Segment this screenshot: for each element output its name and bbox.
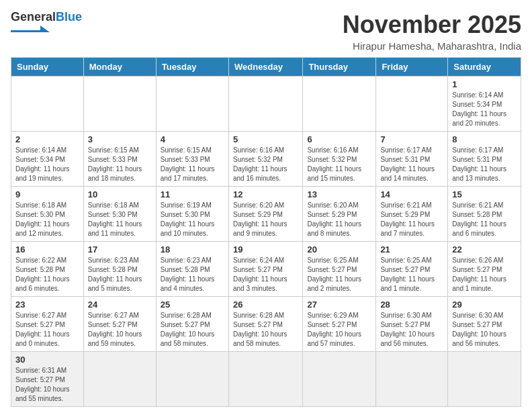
day-number: 13 [307,189,371,199]
calendar-cell: 13Sunrise: 6:20 AM Sunset: 5:29 PM Dayli… [303,187,376,242]
calendar-cell: 19Sunrise: 6:24 AM Sunset: 5:27 PM Dayli… [228,242,302,297]
calendar-cell: 27Sunrise: 6:29 AM Sunset: 5:27 PM Dayli… [303,297,376,352]
day-info: Sunrise: 6:27 AM Sunset: 5:27 PM Dayligh… [15,311,79,349]
day-number: 17 [88,244,152,255]
calendar-cell [303,77,376,132]
day-info: Sunrise: 6:28 AM Sunset: 5:27 PM Dayligh… [161,311,224,349]
day-number: 6 [307,134,371,144]
day-info: Sunrise: 6:18 AM Sunset: 5:30 PM Dayligh… [15,201,79,238]
day-info: Sunrise: 6:17 AM Sunset: 5:31 PM Dayligh… [380,146,443,183]
calendar-cell: 18Sunrise: 6:23 AM Sunset: 5:28 PM Dayli… [156,242,228,297]
day-info: Sunrise: 6:15 AM Sunset: 5:33 PM Dayligh… [88,146,152,183]
weekday-header-friday: Friday [376,58,448,77]
day-info: Sunrise: 6:30 AM Sunset: 5:27 PM Dayligh… [452,311,517,349]
calendar-cell [376,352,448,407]
day-info: Sunrise: 6:17 AM Sunset: 5:31 PM Dayligh… [452,146,517,183]
day-number: 7 [380,134,443,144]
day-number: 5 [233,134,298,144]
day-number: 2 [15,134,79,144]
day-number: 26 [233,300,298,310]
calendar-cell: 8Sunrise: 6:17 AM Sunset: 5:31 PM Daylig… [448,132,521,187]
calendar-cell [228,352,302,407]
calendar-cell [303,352,376,407]
calendar-cell: 6Sunrise: 6:16 AM Sunset: 5:32 PM Daylig… [303,132,376,187]
title-block: November 2025 Hirapur Hamesha, Maharasht… [343,11,521,52]
calendar-cell: 7Sunrise: 6:17 AM Sunset: 5:31 PM Daylig… [376,132,448,187]
day-info: Sunrise: 6:18 AM Sunset: 5:30 PM Dayligh… [88,201,152,238]
day-number: 15 [452,189,517,199]
day-number: 1 [452,79,517,89]
day-number: 8 [452,134,517,144]
day-info: Sunrise: 6:19 AM Sunset: 5:30 PM Dayligh… [161,201,224,238]
day-info: Sunrise: 6:20 AM Sunset: 5:29 PM Dayligh… [233,201,298,238]
logo: General Blue [11,11,82,32]
day-info: Sunrise: 6:29 AM Sunset: 5:27 PM Dayligh… [307,311,371,349]
calendar-cell [156,77,228,132]
calendar-cell: 4Sunrise: 6:15 AM Sunset: 5:33 PM Daylig… [156,132,228,187]
calendar-cell: 21Sunrise: 6:25 AM Sunset: 5:27 PM Dayli… [376,242,448,297]
calendar-cell: 22Sunrise: 6:26 AM Sunset: 5:27 PM Dayli… [448,242,521,297]
location-subtitle: Hirapur Hamesha, Maharashtra, India [343,40,521,52]
day-number: 10 [88,189,152,199]
calendar-cell: 20Sunrise: 6:25 AM Sunset: 5:27 PM Dayli… [303,242,376,297]
day-number: 22 [452,244,517,255]
calendar-cell: 29Sunrise: 6:30 AM Sunset: 5:27 PM Dayli… [448,297,521,352]
day-info: Sunrise: 6:14 AM Sunset: 5:34 PM Dayligh… [15,146,79,183]
calendar-cell [448,352,521,407]
day-number: 24 [88,300,152,310]
day-info: Sunrise: 6:24 AM Sunset: 5:27 PM Dayligh… [233,256,298,293]
day-number: 19 [233,244,298,255]
calendar-header-row: SundayMondayTuesdayWednesdayThursdayFrid… [11,58,521,77]
calendar-table: SundayMondayTuesdayWednesdayThursdayFrid… [11,57,521,407]
day-info: Sunrise: 6:26 AM Sunset: 5:27 PM Dayligh… [452,256,517,293]
calendar-week-row: 2Sunrise: 6:14 AM Sunset: 5:34 PM Daylig… [11,132,521,187]
calendar-cell: 25Sunrise: 6:28 AM Sunset: 5:27 PM Dayli… [156,297,228,352]
day-number: 27 [307,300,371,310]
weekday-header-monday: Monday [83,58,156,77]
weekday-header-saturday: Saturday [448,58,521,77]
day-number: 12 [233,189,298,199]
day-number: 9 [15,189,79,199]
day-info: Sunrise: 6:27 AM Sunset: 5:27 PM Dayligh… [88,311,152,349]
calendar-cell: 14Sunrise: 6:21 AM Sunset: 5:29 PM Dayli… [376,187,448,242]
day-info: Sunrise: 6:16 AM Sunset: 5:32 PM Dayligh… [307,146,371,183]
day-info: Sunrise: 6:30 AM Sunset: 5:27 PM Dayligh… [380,311,443,349]
day-number: 20 [307,244,371,255]
calendar-cell: 17Sunrise: 6:23 AM Sunset: 5:28 PM Dayli… [83,242,156,297]
day-number: 23 [15,300,79,310]
day-info: Sunrise: 6:21 AM Sunset: 5:29 PM Dayligh… [380,201,443,238]
calendar-week-row: 30Sunrise: 6:31 AM Sunset: 5:27 PM Dayli… [11,352,521,407]
logo-text-general: General [11,11,56,24]
calendar-cell: 10Sunrise: 6:18 AM Sunset: 5:30 PM Dayli… [83,187,156,242]
weekday-header-thursday: Thursday [303,58,376,77]
day-number: 11 [161,189,224,199]
calendar-cell [228,77,302,132]
day-info: Sunrise: 6:28 AM Sunset: 5:27 PM Dayligh… [233,311,298,349]
day-number: 16 [15,244,79,255]
day-info: Sunrise: 6:25 AM Sunset: 5:27 PM Dayligh… [307,256,371,293]
calendar-week-row: 9Sunrise: 6:18 AM Sunset: 5:30 PM Daylig… [11,187,521,242]
calendar-cell: 30Sunrise: 6:31 AM Sunset: 5:27 PM Dayli… [11,352,84,407]
calendar-cell: 1Sunrise: 6:14 AM Sunset: 5:34 PM Daylig… [448,77,521,132]
day-info: Sunrise: 6:23 AM Sunset: 5:28 PM Dayligh… [88,256,152,293]
calendar-cell [11,77,84,132]
day-number: 25 [161,300,224,310]
day-number: 29 [452,300,517,310]
calendar-cell: 5Sunrise: 6:16 AM Sunset: 5:32 PM Daylig… [228,132,302,187]
day-info: Sunrise: 6:15 AM Sunset: 5:33 PM Dayligh… [161,146,224,183]
weekday-header-tuesday: Tuesday [156,58,228,77]
calendar-week-row: 23Sunrise: 6:27 AM Sunset: 5:27 PM Dayli… [11,297,521,352]
calendar-week-row: 16Sunrise: 6:22 AM Sunset: 5:28 PM Dayli… [11,242,521,297]
day-number: 28 [380,300,443,310]
day-number: 3 [88,134,152,144]
calendar-cell: 26Sunrise: 6:28 AM Sunset: 5:27 PM Dayli… [228,297,302,352]
day-info: Sunrise: 6:25 AM Sunset: 5:27 PM Dayligh… [380,256,443,293]
day-number: 21 [380,244,443,255]
calendar-cell: 16Sunrise: 6:22 AM Sunset: 5:28 PM Dayli… [11,242,84,297]
day-number: 30 [15,355,79,365]
calendar-week-row: 1Sunrise: 6:14 AM Sunset: 5:34 PM Daylig… [11,77,521,132]
weekday-header-wednesday: Wednesday [228,58,302,77]
calendar-cell: 15Sunrise: 6:21 AM Sunset: 5:28 PM Dayli… [448,187,521,242]
page-header: General Blue November 2025 Hirapur Hames… [11,11,521,52]
calendar-cell: 24Sunrise: 6:27 AM Sunset: 5:27 PM Dayli… [83,297,156,352]
